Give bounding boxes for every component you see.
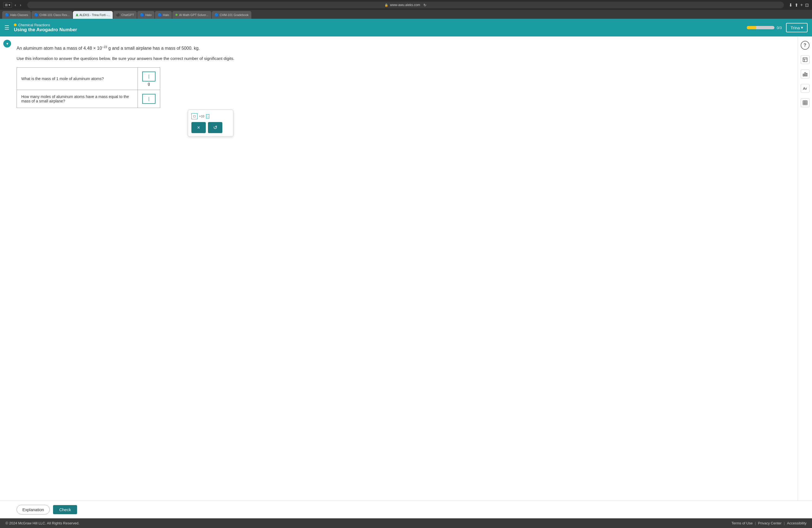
collapse-btn[interactable]: ▾	[3, 40, 11, 47]
tab-halo-classes[interactable]: 🔵 Halo Classes	[2, 11, 31, 19]
question-area: An aluminum atom has a mass of 4.48 × 10…	[0, 36, 812, 501]
notation-undo-btn[interactable]: ↺	[208, 122, 222, 133]
notation-base-box[interactable]: □	[191, 113, 198, 119]
new-tab-btn[interactable]: +	[800, 2, 803, 8]
share-btn[interactable]: ⬆	[795, 2, 798, 8]
notation-x10-label: ×10	[199, 115, 204, 118]
tab-chm-class-res-icon: 🔵	[34, 13, 39, 17]
help-icon-btn[interactable]: ?	[801, 41, 810, 50]
tab-halo-classes-label: Halo Classes	[10, 13, 28, 17]
svg-rect-5	[806, 73, 807, 76]
user-chevron-icon: ▾	[801, 25, 803, 30]
check-btn[interactable]: Check	[53, 505, 77, 514]
svg-rect-3	[803, 74, 804, 76]
table-icon-btn[interactable]	[801, 98, 810, 107]
browser-actions: ⬇ ⬆ + ⊡	[789, 2, 809, 8]
calculator-icon-btn[interactable]	[801, 55, 810, 64]
tabs-bar: 🔵 Halo Classes 🔵 CHM-101 Class Res... A …	[0, 10, 812, 19]
tab-ai-math-icon: ✱	[175, 13, 178, 17]
tab-halo2-label: Halo	[163, 13, 169, 17]
header-lesson: Using the Avogadro Number	[14, 27, 77, 33]
subject-dot	[14, 24, 17, 26]
tab-chm-gradebook-icon: 🔵	[215, 13, 219, 17]
tab-halo-classes-icon: 🔵	[5, 13, 9, 17]
tab-chatgpt-icon: ⚫	[116, 13, 120, 17]
notation-popup: □ ×10 □ × ↺	[188, 109, 233, 137]
tab-halo1-label: Halo	[145, 13, 151, 17]
tab-chm-gradebook-label: CHM-101 Gradebook	[220, 13, 249, 17]
progress-filled	[747, 26, 756, 29]
content-area: ▾ An aluminum atom has a mass of 4.48 × …	[0, 36, 812, 501]
tabs-btn[interactable]: ⊡	[805, 2, 809, 8]
browser-controls: ⊞ ▾ ‹ ›	[3, 2, 23, 8]
notation-icon-row: □ ×10 □	[191, 113, 230, 119]
notation-sup-box[interactable]: □	[206, 114, 209, 118]
header-subject: Chemical Reactions	[14, 23, 77, 27]
footer: © 2024 McGraw Hill LLC. All Rights Reser…	[0, 518, 812, 528]
tab-aleks-icon: A	[76, 13, 78, 17]
bottom-bar: Explanation Check	[0, 501, 812, 518]
answer-input-1[interactable]: |	[142, 72, 156, 82]
tab-aleks-trina[interactable]: A ALEKS - Trina Forti -...	[73, 11, 113, 19]
table-row: What is the mass of 1 mole of aluminum a…	[17, 68, 160, 90]
instruction-text: Use this information to answer the quest…	[17, 56, 795, 61]
forward-btn[interactable]: ›	[19, 2, 23, 8]
aleks-header: ☰ Chemical Reactions Using the Avogadro …	[0, 19, 812, 36]
user-menu-btn[interactable]: Trina ▾	[786, 23, 808, 32]
sidebar-toggle-btn[interactable]: ⊞ ▾	[3, 2, 12, 8]
progress-text: 0/3	[777, 26, 782, 30]
tab-halo2-icon: 🔵	[158, 13, 162, 17]
back-btn[interactable]: ‹	[14, 2, 17, 8]
footer-divider-2: |	[784, 521, 785, 525]
browser-chrome: ⊞ ▾ ‹ › 🔒 www-awu.aleks.com ↻ ⬇ ⬆ + ⊡	[0, 0, 812, 10]
tab-chm-gradebook[interactable]: 🔵 CHM-101 Gradebook	[212, 11, 251, 19]
copyright-text: © 2024 McGraw Hill LLC. All Rights Reser…	[5, 521, 79, 525]
tab-chm-class-res-label: CHM-101 Class Res...	[40, 13, 70, 17]
explanation-btn[interactable]: Explanation	[17, 505, 50, 514]
tab-chm-class-res[interactable]: 🔵 CHM-101 Class Res...	[31, 11, 72, 19]
svg-rect-6	[803, 101, 807, 105]
lock-icon: 🔒	[385, 3, 388, 7]
hamburger-btn[interactable]: ☰	[4, 24, 10, 31]
answer-cell-2: |	[138, 90, 160, 108]
cursor-2: |	[148, 97, 149, 101]
user-name: Trina	[791, 25, 800, 30]
accessibility-link[interactable]: Accessibility	[787, 521, 807, 525]
download-btn[interactable]: ⬇	[789, 2, 793, 8]
cursor-1: |	[148, 74, 149, 79]
tab-chatgpt-label: ChatGPT	[121, 13, 134, 17]
text-size-icon-btn[interactable]: Ar	[801, 84, 810, 93]
subject-label: Chemical Reactions	[18, 23, 50, 27]
tab-halo2[interactable]: 🔵 Halo	[155, 11, 172, 19]
app-container: ☰ Chemical Reactions Using the Avogadro …	[0, 19, 812, 528]
notation-btn-row: × ↺	[191, 122, 230, 133]
progress-container: 0/3	[747, 26, 782, 30]
url-text: www-awu.aleks.com	[390, 3, 420, 7]
address-bar[interactable]: 🔒 www-awu.aleks.com ↻	[27, 2, 784, 8]
tab-ai-math-label: AI Math GPT Solver...	[179, 13, 208, 17]
question-table: What is the mass of 1 mole of aluminum a…	[17, 68, 160, 108]
table-row: How many moles of aluminum atoms have a …	[17, 90, 160, 108]
tab-halo1-icon: 🔵	[140, 13, 144, 17]
answer-input-2[interactable]: |	[142, 94, 156, 104]
question-1-text: What is the mass of 1 mole of aluminum a…	[17, 68, 138, 90]
tab-halo1[interactable]: 🔵 Halo	[137, 11, 155, 19]
header-topic: Chemical Reactions Using the Avogadro Nu…	[14, 23, 77, 33]
exponent: −23	[102, 45, 107, 48]
privacy-link[interactable]: Privacy Center	[758, 521, 782, 525]
tab-chatgpt[interactable]: ⚫ ChatGPT	[113, 11, 137, 19]
tab-aleks-label: ALEKS - Trina Forti -...	[79, 13, 110, 17]
svg-rect-0	[803, 58, 807, 62]
chart-icon-btn[interactable]	[801, 70, 810, 78]
progress-bar	[747, 26, 774, 29]
svg-rect-4	[804, 73, 806, 76]
tab-ai-math[interactable]: ✱ AI Math GPT Solver...	[172, 11, 211, 19]
header-right: 0/3 Trina ▾	[747, 23, 808, 32]
right-sidebar: ? Ar	[798, 36, 812, 501]
terms-link[interactable]: Terms of Use	[731, 521, 753, 525]
unit-1: g	[148, 82, 150, 86]
problem-text: An aluminum atom has a mass of 4.48 × 10…	[17, 45, 795, 52]
notation-clear-btn[interactable]: ×	[191, 122, 206, 133]
reload-btn[interactable]: ↻	[423, 3, 426, 7]
question-2-text: How many moles of aluminum atoms have a …	[17, 90, 138, 108]
